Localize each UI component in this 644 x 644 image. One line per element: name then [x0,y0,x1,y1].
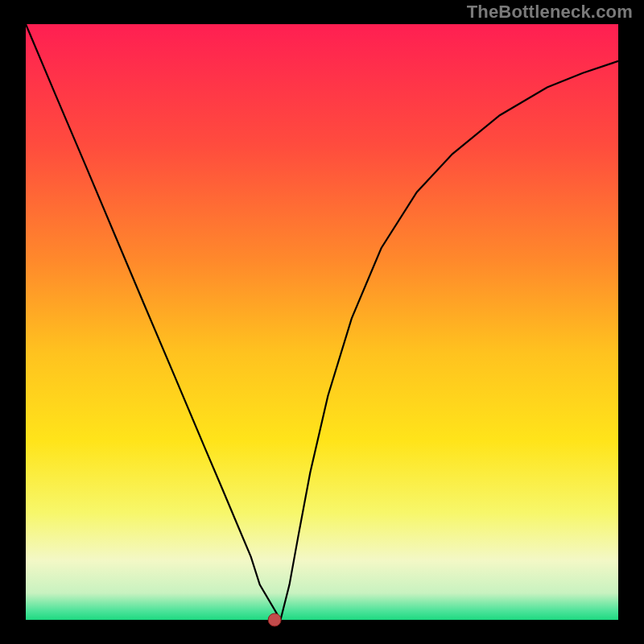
optimum-marker [268,613,281,626]
bottleneck-chart [0,0,644,644]
plot-background [26,24,618,620]
chart-frame: TheBottleneck.com [0,0,644,644]
watermark-text: TheBottleneck.com [467,2,633,23]
